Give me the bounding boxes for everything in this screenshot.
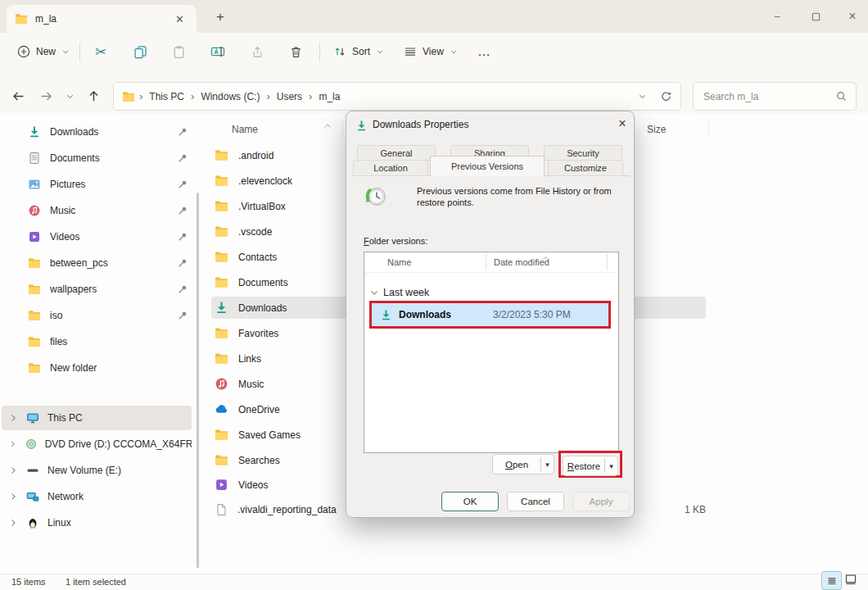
open-button[interactable]: Open ▾ bbox=[492, 454, 554, 474]
back-button[interactable] bbox=[7, 84, 29, 107]
column-header-name[interactable]: Name bbox=[232, 124, 258, 135]
dialog-close-button[interactable]: × bbox=[612, 114, 633, 134]
file-row[interactable]: Contacts bbox=[215, 246, 344, 268]
file-row[interactable]: Searches bbox=[215, 449, 344, 471]
breadcrumb-item[interactable]: Windows (C:) bbox=[198, 91, 262, 102]
downloads-icon bbox=[28, 125, 41, 138]
versions-column-name[interactable]: Name bbox=[387, 252, 411, 272]
pin-icon bbox=[177, 284, 188, 295]
sidebar-item-files[interactable]: files bbox=[10, 329, 197, 354]
sidebar-item-linux[interactable]: Linux bbox=[2, 511, 192, 535]
search-icon[interactable] bbox=[835, 90, 848, 102]
sidebar-item-dvd-drive[interactable]: DVD Drive (D:) CCCOMA_X64FRE_E bbox=[2, 432, 192, 456]
minimize-button[interactable]: – bbox=[762, 5, 793, 28]
search-box[interactable] bbox=[693, 82, 857, 111]
chevron-right-icon[interactable] bbox=[8, 413, 18, 423]
file-row[interactable]: Links bbox=[215, 347, 344, 370]
thumbnail-view-toggle[interactable] bbox=[844, 573, 857, 586]
search-input[interactable] bbox=[702, 90, 835, 103]
cancel-button[interactable]: Cancel bbox=[507, 492, 564, 511]
dropdown-caret-icon[interactable]: ▾ bbox=[541, 461, 554, 469]
downloads-icon bbox=[380, 309, 392, 321]
rename-button[interactable] bbox=[202, 38, 233, 66]
sidebar-item-music[interactable]: Music bbox=[10, 198, 197, 223]
breadcrumb-item[interactable]: This PC bbox=[147, 91, 187, 102]
close-window-button[interactable]: × bbox=[837, 5, 868, 28]
restore-button[interactable]: Restore ▾ bbox=[563, 456, 618, 476]
copy-button[interactable] bbox=[124, 38, 156, 66]
chevron-right-icon[interactable] bbox=[8, 518, 18, 528]
ok-button[interactable]: OK bbox=[441, 492, 499, 511]
file-row[interactable]: .elevenclock bbox=[215, 170, 344, 192]
tab-previous-versions[interactable]: Previous Versions bbox=[430, 156, 545, 176]
file-row[interactable]: .vivaldi_reporting_data bbox=[215, 498, 344, 520]
tab-close-icon[interactable]: ✕ bbox=[171, 11, 188, 27]
sidebar-item-iso[interactable]: iso bbox=[10, 303, 197, 328]
file-row[interactable]: Videos bbox=[215, 474, 344, 496]
file-row[interactable]: Music bbox=[215, 373, 344, 395]
breadcrumb[interactable]: › This PC › Windows (C:) › Users › m_la bbox=[113, 82, 681, 111]
group-row-last-week[interactable]: Last week bbox=[369, 284, 429, 302]
tab-customize[interactable]: Customize bbox=[548, 160, 623, 176]
new-tab-button[interactable]: + bbox=[210, 7, 231, 28]
refresh-icon[interactable] bbox=[660, 90, 672, 102]
sidebar-item-new-folder[interactable]: New folder bbox=[10, 356, 197, 380]
chevron-right-icon[interactable] bbox=[8, 439, 17, 449]
apply-button[interactable]: Apply bbox=[572, 492, 630, 511]
breadcrumb-item[interactable]: m_la bbox=[316, 91, 342, 102]
recent-locations-button[interactable] bbox=[61, 84, 79, 107]
file-row[interactable]: Saved Games bbox=[215, 424, 344, 446]
chevron-down-icon[interactable] bbox=[369, 288, 379, 297]
delete-button[interactable] bbox=[280, 38, 311, 66]
sort-button[interactable]: Sort bbox=[326, 38, 391, 66]
paste-button[interactable] bbox=[163, 38, 194, 66]
sidebar-item-downloads[interactable]: Downloads bbox=[10, 120, 197, 144]
forward-button[interactable] bbox=[34, 84, 57, 107]
sidebar-item-wallpapers[interactable]: wallpapers bbox=[10, 277, 197, 302]
address-dropdown-icon[interactable] bbox=[638, 92, 647, 101]
sort-ascending-icon[interactable] bbox=[323, 121, 332, 131]
sidebar-item-videos[interactable]: Videos bbox=[10, 225, 197, 249]
file-row[interactable]: Favorites bbox=[215, 322, 344, 344]
dropdown-caret-icon[interactable]: ▾ bbox=[605, 462, 617, 470]
chevron-right-icon[interactable] bbox=[8, 492, 18, 502]
sidebar-scrollbar[interactable] bbox=[197, 193, 199, 568]
sidebar-item-label: Downloads bbox=[50, 126, 98, 138]
folder-versions-list[interactable]: Name Date modified Last week Downloads 3… bbox=[364, 252, 619, 453]
share-button[interactable] bbox=[242, 38, 273, 66]
column-divider[interactable] bbox=[342, 120, 343, 138]
file-row[interactable]: OneDrive bbox=[215, 398, 344, 420]
sidebar-item-label: Documents bbox=[50, 152, 100, 164]
maximize-button[interactable] bbox=[800, 5, 831, 28]
tab-location[interactable]: Location bbox=[353, 160, 428, 176]
column-divider[interactable] bbox=[607, 254, 608, 270]
pin-icon bbox=[177, 310, 188, 321]
tab-security[interactable]: Security bbox=[544, 145, 622, 161]
file-row-downloads-selected[interactable]: Downloads bbox=[215, 297, 344, 319]
see-more-button[interactable]: … bbox=[470, 38, 500, 66]
file-row[interactable]: .android bbox=[215, 144, 344, 166]
view-button[interactable]: View bbox=[396, 38, 465, 66]
sidebar-item-pictures[interactable]: Pictures bbox=[10, 172, 197, 197]
sidebar-item-network[interactable]: Network bbox=[2, 484, 192, 509]
cut-button[interactable]: ✂ bbox=[85, 38, 116, 66]
sidebar-item-between-pcs[interactable]: between_pcs bbox=[10, 251, 197, 275]
linux-icon bbox=[26, 516, 39, 529]
new-button[interactable]: New bbox=[10, 38, 77, 66]
column-header-size[interactable]: Size bbox=[647, 124, 666, 135]
chevron-right-icon[interactable] bbox=[8, 465, 18, 475]
column-divider[interactable] bbox=[708, 120, 709, 138]
breadcrumb-item[interactable]: Users bbox=[274, 91, 305, 102]
details-view-toggle[interactable] bbox=[821, 571, 842, 590]
explorer-tab[interactable]: m_la ✕ bbox=[7, 5, 197, 33]
file-row[interactable]: .VirtualBox bbox=[215, 195, 344, 217]
sidebar-item-this-pc[interactable]: This PC bbox=[2, 406, 192, 430]
file-row[interactable]: .vscode bbox=[215, 220, 344, 243]
sidebar-item-documents[interactable]: Documents bbox=[10, 146, 197, 170]
version-row-downloads[interactable]: Downloads 3/2/2023 5:30 PM bbox=[372, 303, 608, 326]
up-button[interactable] bbox=[82, 84, 105, 107]
sidebar-item-new-volume[interactable]: New Volume (E:) bbox=[2, 458, 192, 483]
file-row[interactable]: Documents bbox=[215, 271, 344, 293]
column-divider[interactable] bbox=[486, 254, 486, 270]
tab-general[interactable]: General bbox=[357, 145, 436, 161]
